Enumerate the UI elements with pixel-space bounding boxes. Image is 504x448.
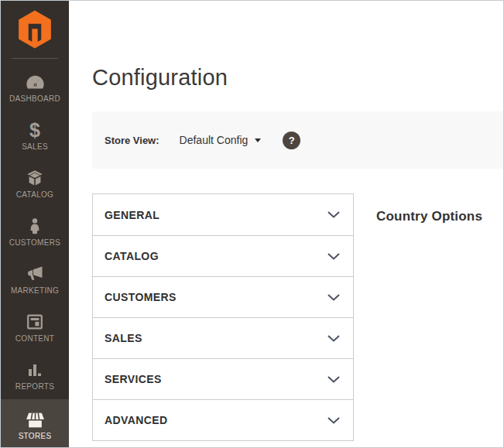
store-view-switcher[interactable]: Default Config [180, 134, 262, 146]
section-label: SALES [105, 332, 142, 344]
content-icon [26, 313, 44, 332]
section-label: GENERAL [105, 209, 159, 221]
sidebar-item-dashboard[interactable]: DASHBOARD [1, 63, 69, 111]
store-view-value: Default Config [180, 134, 249, 146]
sales-icon: $ [29, 121, 40, 140]
store-view-label: Store View: [105, 135, 159, 146]
customers-icon [26, 217, 44, 236]
catalog-icon [26, 169, 44, 188]
section-label: SERVICES [105, 373, 162, 385]
main-content: Configuration Store View: Default Config… [69, 1, 503, 447]
store-view-bar: Store View: Default Config ? [92, 111, 503, 169]
sidebar-item-customers[interactable]: CUSTOMERS [1, 207, 69, 255]
sidebar-item-stores[interactable]: STORES [1, 399, 69, 447]
magento-logo[interactable] [1, 1, 69, 50]
sidebar-item-content[interactable]: CONTENT [1, 303, 69, 351]
reports-icon [26, 361, 44, 380]
sidebar-item-label: CUSTOMERS [9, 238, 60, 247]
sidebar-item-label: CONTENT [15, 334, 54, 343]
page-title: Configuration [92, 65, 228, 91]
marketing-icon [26, 265, 44, 284]
sidebar-item-sales[interactable]: $ SALES [1, 111, 69, 159]
magento-logo-icon [18, 10, 52, 49]
sidebar-item-catalog[interactable]: CATALOG [1, 159, 69, 207]
sidebar: DASHBOARD $ SALES CATALOG [1, 1, 69, 447]
caret-down-icon [255, 139, 261, 142]
sidebar-item-label: CATALOG [16, 190, 53, 199]
sidebar-item-label: MARKETING [11, 286, 59, 295]
chevron-down-icon [327, 376, 340, 383]
panel-title: Country Options [376, 209, 482, 224]
help-icon[interactable]: ? [283, 132, 300, 149]
chevron-down-icon [327, 253, 340, 260]
sidebar-item-label: SALES [22, 142, 48, 151]
sidebar-item-label: STORES [19, 432, 52, 440]
chevron-down-icon [327, 335, 340, 342]
chevron-down-icon [327, 211, 340, 218]
section-label: CUSTOMERS [105, 291, 177, 303]
section-label: CATALOG [105, 250, 159, 262]
sidebar-item-label: DASHBOARD [9, 94, 60, 103]
sidebar-item-label: REPORTS [15, 382, 54, 391]
config-section-advanced[interactable]: ADVANCED [93, 399, 353, 440]
config-section-catalog[interactable]: CATALOG [93, 235, 353, 276]
section-label: ADVANCED [105, 414, 168, 426]
stores-icon [26, 410, 45, 429]
chevron-down-icon [327, 294, 340, 301]
config-section-general[interactable]: GENERAL [93, 194, 353, 235]
chevron-down-icon [327, 417, 340, 424]
config-section-sales[interactable]: SALES [93, 317, 353, 358]
config-section-customers[interactable]: CUSTOMERS [93, 276, 353, 317]
dashboard-icon [26, 73, 45, 92]
magento-admin-window: DASHBOARD $ SALES CATALOG [0, 0, 504, 448]
sidebar-item-marketing[interactable]: MARKETING [1, 255, 69, 303]
sidebar-menu: DASHBOARD $ SALES CATALOG [1, 59, 69, 447]
config-section-services[interactable]: SERVICES [93, 358, 353, 399]
config-section-list: GENERAL CATALOG CUSTOMERS SALES SERVICES [92, 193, 354, 441]
sidebar-item-reports[interactable]: REPORTS [1, 351, 69, 399]
